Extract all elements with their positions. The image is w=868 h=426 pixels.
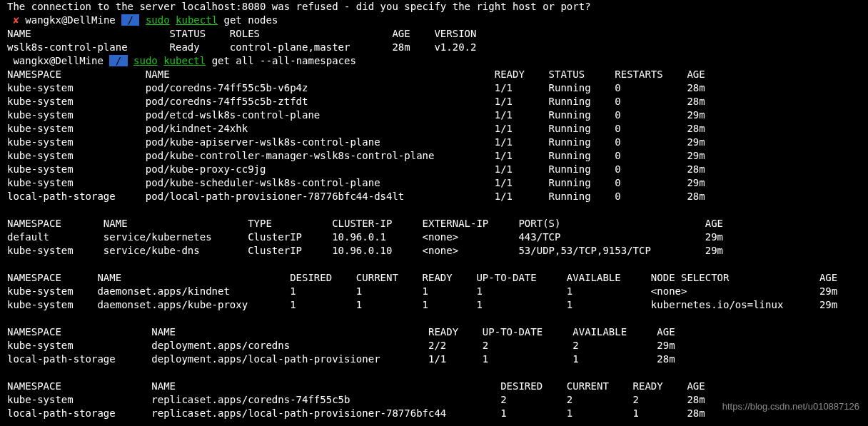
- services-header: NAMESPACE NAME TYPE CLUSTER-IP EXTERNAL-…: [7, 217, 861, 230]
- prompt-get-all: wangkx@DellMine / sudo kubectl get all -…: [7, 54, 861, 68]
- blank: [7, 203, 861, 217]
- pods-row: kube-system pod/kube-controller-manager-…: [7, 149, 861, 163]
- pods-row: kube-system pod/kube-scheduler-wslk8s-co…: [7, 176, 861, 190]
- deployments-header: NAMESPACE NAME READY UP-TO-DATE AVAILABL…: [7, 325, 861, 339]
- pods-row: kube-system pod/coredns-74ff55c5b-v6p4z …: [7, 81, 861, 95]
- terminal[interactable]: The connection to the server localhost:8…: [0, 0, 868, 420]
- nodes-header: NAME STATUS ROLES AGE VERSION: [7, 27, 861, 41]
- daemonsets-row: kube-system daemonset.apps/kindnet 1 1 1…: [7, 285, 861, 298]
- nodes-row: wslk8s-control-plane Ready control-plane…: [7, 41, 861, 54]
- services-row: kube-system service/kube-dns ClusterIP 1…: [7, 244, 861, 258]
- replicasets-header: NAMESPACE NAME DESIRED CURRENT READY AGE: [7, 380, 861, 393]
- connection-error: The connection to the server localhost:8…: [7, 0, 861, 14]
- daemonsets-row: kube-system daemonset.apps/kube-proxy 1 …: [7, 298, 861, 312]
- prompt-get-nodes: ✘ wangkx@DellMine / sudo kubectl get nod…: [7, 14, 861, 27]
- services-row: default service/kubernetes ClusterIP 10.…: [7, 230, 861, 244]
- blank: [7, 366, 861, 380]
- deployments-row: local-path-storage deployment.apps/local…: [7, 353, 861, 366]
- blank: [7, 258, 861, 271]
- pods-row: kube-system pod/kindnet-24xhk 1/1 Runnin…: [7, 122, 861, 136]
- deployments-row: kube-system deployment.apps/coredns 2/2 …: [7, 339, 861, 353]
- watermark: https://blog.csdn.net/u010887126: [722, 400, 859, 413]
- daemonsets-header: NAMESPACE NAME DESIRED CURRENT READY UP-…: [7, 271, 861, 285]
- pods-row: local-path-storage pod/local-path-provis…: [7, 190, 861, 203]
- pods-header: NAMESPACE NAME READY STATUS RESTARTS AGE: [7, 68, 861, 81]
- pods-row: kube-system pod/kube-proxy-cc9jg 1/1 Run…: [7, 163, 861, 176]
- pods-row: kube-system pod/etcd-wslk8s-control-plan…: [7, 108, 861, 122]
- pods-row: kube-system pod/coredns-74ff55c5b-ztfdt …: [7, 95, 861, 108]
- blank: [7, 312, 861, 325]
- pods-row: kube-system pod/kube-apiserver-wslk8s-co…: [7, 136, 861, 149]
